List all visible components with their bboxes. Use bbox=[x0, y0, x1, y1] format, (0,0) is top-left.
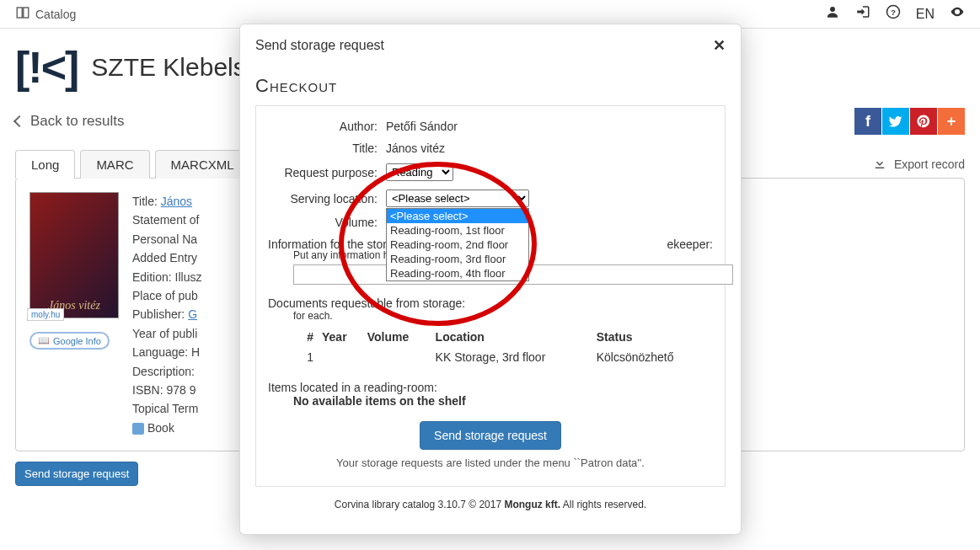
title-value: János vitéz bbox=[386, 142, 445, 155]
share-facebook[interactable]: f bbox=[854, 108, 881, 135]
location-option-1[interactable]: Reading-room, 1st floor bbox=[387, 223, 528, 238]
checkout-heading: Checkout bbox=[255, 75, 726, 97]
meta-publisher-link[interactable]: G bbox=[188, 307, 197, 321]
shelf-none: No available items on the shelf bbox=[293, 394, 713, 408]
export-label: Export record bbox=[894, 158, 965, 171]
info-hint-tail: ekeeper: bbox=[667, 238, 713, 251]
volume-label: Volume: bbox=[268, 216, 378, 229]
title-label: Title: bbox=[268, 142, 378, 155]
signout-icon[interactable] bbox=[855, 4, 870, 24]
send-storage-request-button-bg[interactable]: Send storage request bbox=[15, 462, 138, 486]
google-info-button[interactable]: 📖 Google Info bbox=[29, 332, 110, 350]
share-pinterest[interactable] bbox=[910, 108, 937, 135]
modal-footer: Corvina library catalog 3.10.7 © 2017 Mo… bbox=[255, 487, 726, 519]
catalog-icon bbox=[15, 5, 30, 23]
cover-thumbnail[interactable]: János vitéz moly.hu bbox=[29, 192, 119, 318]
purpose-label: Request purpose: bbox=[268, 166, 378, 179]
location-label: Serving location: bbox=[268, 192, 378, 206]
location-option-0[interactable]: <Please select> bbox=[387, 209, 528, 223]
book-type-icon bbox=[132, 423, 144, 435]
tab-long[interactable]: Long bbox=[15, 150, 75, 179]
docs-heading: Documents requestable from storage: bbox=[268, 296, 713, 310]
tab-marc[interactable]: MARC bbox=[80, 150, 149, 179]
chevron-left-icon bbox=[13, 115, 25, 127]
docs-table: # Year Volume Location Status 1 KK Stora… bbox=[293, 327, 713, 367]
back-to-results[interactable]: Back to results bbox=[15, 113, 125, 130]
svg-rect-1 bbox=[24, 8, 29, 18]
purpose-select[interactable]: Reading bbox=[386, 163, 453, 181]
modal-close-button[interactable]: ✕ bbox=[713, 36, 726, 55]
export-record[interactable]: Export record bbox=[872, 156, 965, 174]
tab-marcxml[interactable]: MARCXML bbox=[155, 150, 250, 179]
svg-point-2 bbox=[830, 7, 835, 12]
storage-request-modal: Send storage request ✕ Checkout Author: … bbox=[239, 24, 742, 535]
requests-listed-hint: Your storage requests are listed under t… bbox=[268, 457, 713, 469]
site-logo: [!<] bbox=[15, 42, 78, 93]
site-title: SZTE Klebels bbox=[91, 53, 245, 82]
location-option-2[interactable]: Reading-room, 2nd floor bbox=[387, 238, 528, 252]
docs-sub: for each. bbox=[293, 310, 713, 322]
record-metadata: Title: János Statement of Personal Na Ad… bbox=[132, 192, 201, 437]
send-storage-request-button[interactable]: Send storage request bbox=[420, 421, 561, 450]
location-option-3[interactable]: Reading-room, 3rd floor bbox=[387, 252, 528, 266]
share-more[interactable]: + bbox=[938, 108, 965, 135]
table-row: 1 KK Storage, 3rd floor Kölcsönözhető bbox=[293, 347, 713, 367]
eye-icon[interactable] bbox=[950, 4, 965, 24]
table-header-row: # Year Volume Location Status bbox=[293, 327, 713, 347]
author-value: Petőfi Sándor bbox=[386, 120, 458, 133]
user-icon[interactable] bbox=[825, 4, 840, 24]
modal-title: Send storage request bbox=[255, 38, 384, 53]
svg-text:?: ? bbox=[891, 8, 896, 17]
back-label: Back to results bbox=[30, 113, 125, 130]
author-label: Author: bbox=[268, 120, 378, 133]
moly-link[interactable]: moly.hu bbox=[27, 308, 64, 321]
catalog-link[interactable]: Catalog bbox=[35, 8, 76, 21]
serving-location-select[interactable]: <Please select> bbox=[386, 190, 529, 207]
book-icon: 📖 bbox=[38, 335, 50, 346]
svg-rect-0 bbox=[17, 8, 22, 18]
help-icon[interactable]: ? bbox=[886, 4, 901, 24]
download-icon bbox=[872, 156, 887, 174]
meta-title-link[interactable]: János bbox=[161, 195, 192, 208]
language-switch[interactable]: EN bbox=[916, 7, 934, 22]
serving-location-dropdown: <Please select> Reading-room, 1st floor … bbox=[386, 208, 529, 281]
location-option-4[interactable]: Reading-room, 4th floor bbox=[387, 266, 528, 280]
share-twitter[interactable] bbox=[882, 108, 909, 135]
shelf-heading: Items located in a reading-room: bbox=[268, 381, 713, 394]
